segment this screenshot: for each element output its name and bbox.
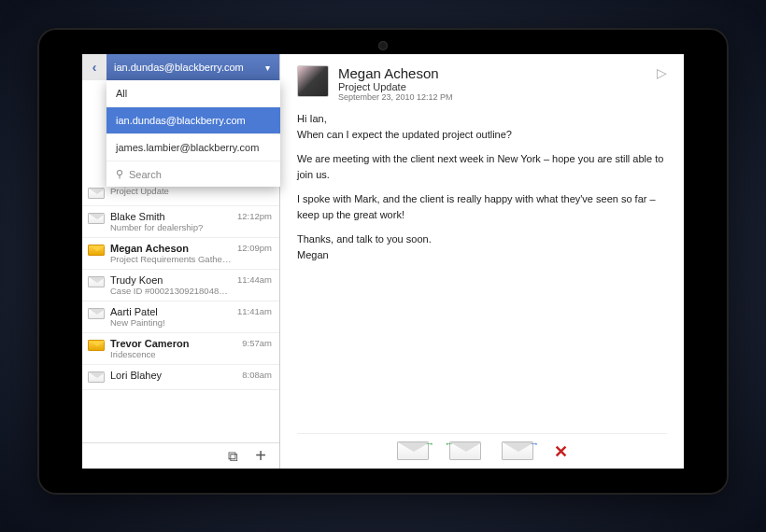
envelope-icon xyxy=(502,441,533,460)
arrow-right-icon: → xyxy=(425,438,435,449)
envelope-icon xyxy=(397,441,429,460)
account-dropdown: All ian.dundas@blackberry.com james.lamb… xyxy=(106,80,280,187)
copy-icon[interactable]: ⧉ xyxy=(228,448,238,465)
envelope-icon xyxy=(88,276,105,289)
message-time: 12:12pm xyxy=(237,211,272,221)
envelope-icon xyxy=(88,308,105,321)
flag-button[interactable]: ▷ xyxy=(657,65,667,80)
body-line: Megan xyxy=(297,247,667,263)
account-bar: ‹ ian.dundas@blackberry.com ▾ xyxy=(82,54,279,80)
reader-actions: → ← → ✕ xyxy=(297,433,667,469)
dropdown-item-james[interactable]: james.lambier@blackberry.com xyxy=(106,134,280,161)
reply-button[interactable]: → xyxy=(397,441,431,462)
reader-header: Megan Acheson Project Update September 2… xyxy=(297,65,667,111)
chevron-down-icon: ▾ xyxy=(265,63,270,73)
list-item[interactable]: Aarti Patel New Painting! 11:41am xyxy=(82,301,279,333)
message-subject: Project Update xyxy=(110,186,266,196)
arrow-right-icon: → xyxy=(530,438,540,449)
flag-icon: ▷ xyxy=(657,65,667,80)
envelope-icon xyxy=(88,188,105,201)
close-icon: ✕ xyxy=(554,442,568,461)
message-subject: New Painting! xyxy=(110,317,232,328)
list-item[interactable]: Megan Acheson Project Requirements Gathe… xyxy=(82,238,279,270)
account-label[interactable]: ian.dundas@blackberry.com xyxy=(106,62,255,73)
account-dropdown-toggle[interactable]: ▾ xyxy=(255,54,279,80)
message-time: 8:08am xyxy=(242,370,272,380)
list-item[interactable]: Trevor Cameron Iridescence 9:57am xyxy=(82,333,279,365)
message-subject: Number for dealership? xyxy=(110,222,232,232)
message-from: Trevor Cameron xyxy=(110,338,236,349)
message-subject: Project Requirements Gathering xyxy=(110,254,232,264)
list-item[interactable]: Lori Blahey 8:08am xyxy=(82,365,279,390)
reader-from: Megan Acheson xyxy=(338,65,647,81)
body-line: We are meeting with the client next week… xyxy=(297,151,667,182)
dropdown-search[interactable]: ⚲ Search xyxy=(106,161,280,187)
camera-dot xyxy=(378,41,388,50)
delete-button[interactable]: ✕ xyxy=(554,441,568,462)
compose-button[interactable]: + xyxy=(255,445,266,467)
tablet-frame: ‹ ian.dundas@blackberry.com ▾ All ian.du… xyxy=(37,28,729,495)
message-time: 12:09pm xyxy=(237,243,272,253)
envelope-icon xyxy=(88,371,105,385)
chevron-left-icon: ‹ xyxy=(92,60,97,75)
body-line: I spoke with Mark, and the client is rea… xyxy=(297,191,667,222)
message-time: 11:41am xyxy=(237,306,272,316)
avatar xyxy=(297,65,329,97)
reader-pane: Megan Acheson Project Update September 2… xyxy=(280,54,684,469)
message-subject: Case ID #00021309218048111 Tagged xyxy=(110,286,232,296)
body-line: Thanks, and talk to you soon. xyxy=(297,231,667,247)
envelope-icon xyxy=(88,213,105,226)
arrow-left-icon: ← xyxy=(445,438,455,449)
reader-body: Hi Ian, When can I expect the updated pr… xyxy=(297,111,667,433)
screen: ‹ ian.dundas@blackberry.com ▾ All ian.du… xyxy=(82,54,684,469)
dropdown-item-ian[interactable]: ian.dundas@blackberry.com xyxy=(106,107,280,134)
message-from: Lori Blahey xyxy=(110,370,236,381)
search-icon: ⚲ xyxy=(116,168,123,180)
envelope-unread-icon xyxy=(88,340,105,353)
sidebar-toolbar: ⧉ + xyxy=(82,442,279,469)
reader-subject: Project Update xyxy=(338,81,647,92)
message-from: Trudy Koen xyxy=(110,274,232,286)
back-button[interactable]: ‹ xyxy=(82,54,106,80)
search-label: Search xyxy=(129,169,162,180)
body-line: When can I expect the updated project ou… xyxy=(297,127,667,143)
dropdown-item-all[interactable]: All xyxy=(106,80,280,107)
message-time: 11:44am xyxy=(237,274,272,285)
reader-date: September 23, 2010 12:12 PM xyxy=(338,92,647,102)
list-item[interactable]: Blake Smith Number for dealership? 12:12… xyxy=(82,206,279,238)
list-item[interactable]: Trudy Koen Case ID #00021309218048111 Ta… xyxy=(82,270,279,301)
message-subject: Iridescence xyxy=(110,349,236,359)
reply-all-button[interactable]: ← xyxy=(449,441,483,462)
message-from: Aarti Patel xyxy=(110,306,232,317)
sidebar: ‹ ian.dundas@blackberry.com ▾ All ian.du… xyxy=(82,54,280,469)
forward-button[interactable]: → xyxy=(502,441,535,462)
body-line: Hi Ian, xyxy=(297,111,667,127)
message-from: Blake Smith xyxy=(110,211,232,222)
message-from: Megan Acheson xyxy=(110,243,232,254)
message-time: 9:57am xyxy=(242,338,272,348)
envelope-unread-icon xyxy=(88,245,105,258)
